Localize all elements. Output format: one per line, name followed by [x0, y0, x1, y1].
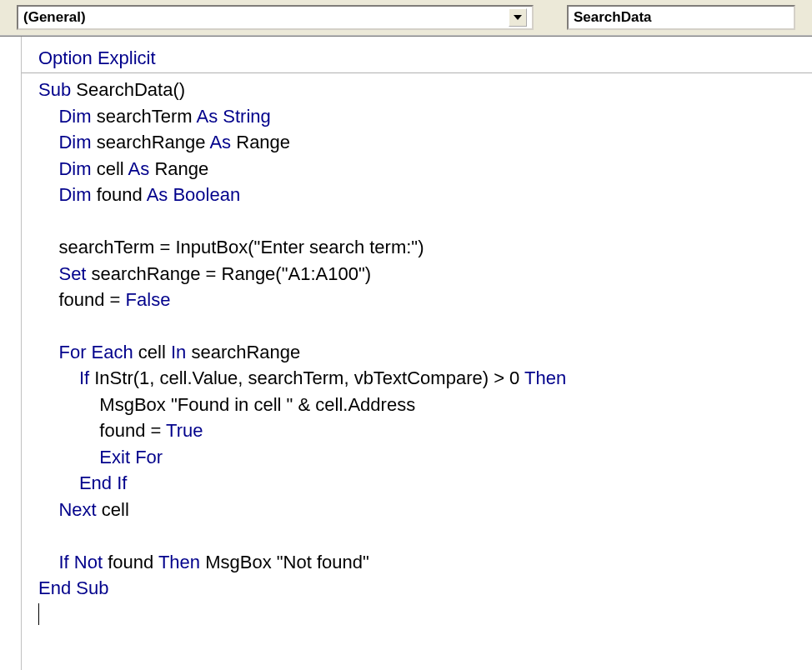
- keyword-token: Next: [58, 499, 96, 520]
- code-line: Sub SearchData(): [38, 77, 812, 102]
- code-token: [38, 184, 58, 205]
- keyword-token: Dim: [58, 184, 91, 205]
- keyword-token: True: [166, 420, 203, 441]
- object-dropdown[interactable]: (General): [17, 5, 534, 30]
- keyword-token: Exit For: [99, 447, 163, 468]
- code-token: SearchData(): [71, 79, 185, 100]
- keyword-token: For Each: [58, 342, 133, 362]
- keyword-token: End If: [79, 472, 127, 493]
- keyword-token: As: [209, 132, 231, 152]
- keyword-token: Set: [58, 263, 86, 284]
- code-line: [38, 313, 812, 339]
- code-token: [38, 472, 79, 493]
- code-line: Dim searchTerm As String: [38, 103, 812, 129]
- keyword-token: As: [128, 158, 150, 179]
- keyword-token: As Boolean: [147, 184, 241, 205]
- code-token: InStr(1, cell.Value, searchTerm, vbTextC…: [89, 368, 524, 388]
- code-token: [38, 158, 58, 179]
- text-cursor: [38, 603, 39, 625]
- keyword-token: If Not: [58, 552, 103, 572]
- code-line: searchTerm = InputBox("Enter search term…: [38, 234, 812, 260]
- code-token: searchTerm: [92, 106, 197, 127]
- code-line: [38, 522, 812, 548]
- code-line: End If: [38, 470, 812, 496]
- code-line: [38, 602, 812, 628]
- code-area[interactable]: Option ExplicitSub SearchData() Dim sear…: [22, 37, 812, 670]
- code-token: searchRange: [186, 342, 300, 362]
- code-token: [38, 499, 58, 520]
- code-line: If InStr(1, cell.Value, searchTerm, vbTe…: [38, 365, 812, 391]
- code-line: Option Explicit: [38, 45, 812, 71]
- chevron-down-icon[interactable]: [509, 8, 527, 27]
- code-token: [38, 447, 99, 468]
- procedure-dropdown-value: SearchData: [574, 9, 652, 26]
- keyword-token: In: [171, 342, 186, 362]
- procedure-dropdown[interactable]: SearchData: [567, 5, 795, 30]
- code-line: Set searchRange = Range("A1:A100"): [38, 261, 812, 287]
- keyword-token: Dim: [58, 106, 91, 127]
- dropdown-toolbar: (General) SearchData: [0, 0, 812, 36]
- editor-margin: [0, 37, 22, 670]
- keyword-token: Then: [524, 368, 566, 388]
- keyword-token: If: [79, 368, 89, 388]
- code-token: MsgBox "Not found": [200, 552, 369, 572]
- keyword-token: End Sub: [38, 578, 108, 598]
- code-token: [38, 368, 79, 388]
- keyword-token: False: [126, 289, 171, 310]
- object-dropdown-value: (General): [23, 9, 86, 26]
- code-token: searchRange = Range("A1:A100"): [86, 263, 371, 284]
- code-line: Dim cell As Range: [38, 156, 812, 182]
- code-token: cell: [97, 499, 129, 520]
- code-line: Exit For: [38, 444, 812, 470]
- code-token: cell: [133, 342, 171, 362]
- code-token: [38, 106, 58, 127]
- keyword-token: Sub: [38, 79, 71, 100]
- keyword-token: Dim: [58, 158, 91, 179]
- code-token: Range: [149, 158, 208, 179]
- code-token: [38, 132, 58, 152]
- code-line: For Each cell In searchRange: [38, 339, 812, 365]
- code-token: found: [92, 184, 147, 205]
- code-token: found: [103, 552, 158, 572]
- code-token: [38, 263, 58, 284]
- code-token: [38, 342, 58, 362]
- code-line: End Sub: [38, 575, 812, 601]
- keyword-token: Dim: [58, 132, 91, 152]
- keyword-token: Then: [158, 552, 200, 572]
- code-line: Dim searchRange As Range: [38, 129, 812, 155]
- code-token: searchRange: [92, 132, 210, 152]
- code-line: found = True: [38, 418, 812, 443]
- code-line: Next cell: [38, 497, 812, 522]
- code-token: found =: [38, 420, 166, 441]
- code-line: [38, 208, 812, 234]
- code-token: [38, 552, 58, 572]
- code-line: If Not found Then MsgBox "Not found": [38, 549, 812, 575]
- code-line: found = False: [38, 287, 812, 312]
- code-token: cell: [92, 158, 128, 179]
- code-token: [38, 211, 58, 232]
- code-editor[interactable]: Option ExplicitSub SearchData() Dim sear…: [0, 36, 812, 670]
- code-token: searchTerm = InputBox("Enter search term…: [38, 237, 424, 258]
- code-token: [38, 316, 58, 337]
- code-token: Range: [231, 132, 290, 152]
- code-line: Dim found As Boolean: [38, 182, 812, 208]
- keyword-token: As String: [197, 106, 271, 127]
- code-token: [38, 525, 58, 546]
- declaration-divider: [22, 72, 812, 73]
- keyword-token: Option Explicit: [38, 48, 156, 68]
- code-token: found =: [38, 289, 126, 310]
- code-token: MsgBox "Found in cell " & cell.Address: [38, 394, 415, 415]
- code-line: MsgBox "Found in cell " & cell.Address: [38, 392, 812, 418]
